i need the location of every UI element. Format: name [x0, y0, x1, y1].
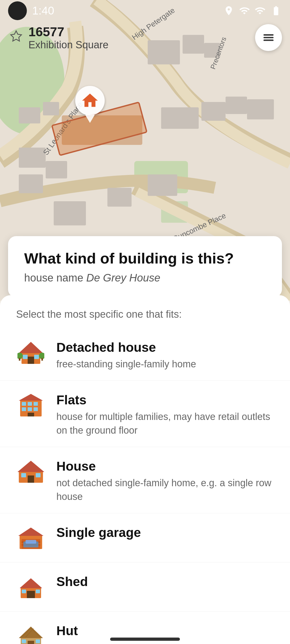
- map-title-area: 16577 Exhibition Square: [8, 24, 108, 51]
- hut-name: Hut: [56, 623, 274, 638]
- svg-rect-56: [26, 540, 36, 544]
- svg-rect-13: [148, 174, 177, 196]
- svg-rect-18: [19, 174, 43, 193]
- status-circle: [8, 1, 27, 20]
- svg-rect-15: [54, 201, 86, 225]
- location-icon: [223, 5, 234, 16]
- home-pin-icon: [81, 91, 99, 110]
- svg-rect-49: [36, 473, 41, 477]
- svg-rect-5: [43, 102, 59, 115]
- single-garage-icon: [16, 523, 46, 552]
- svg-marker-51: [18, 528, 44, 536]
- hut-icon: [16, 621, 46, 644]
- svg-rect-25: [263, 37, 274, 38]
- question-subtitle: house name De Grey House: [24, 272, 266, 284]
- svg-rect-39: [28, 402, 32, 406]
- selection-hint: Select the most specific one that fits:: [0, 295, 290, 328]
- map-subtitle: Exhibition Square: [28, 39, 108, 51]
- status-time: 1:40: [32, 4, 54, 17]
- svg-rect-26: [263, 39, 274, 41]
- question-card: What kind of building is this? house nam…: [8, 236, 282, 297]
- house-icon: [16, 457, 46, 486]
- menu-button[interactable]: [255, 24, 282, 51]
- svg-rect-38: [22, 402, 26, 406]
- svg-marker-58: [20, 578, 42, 588]
- svg-rect-31: [34, 355, 39, 359]
- single-garage-name: Single garage: [56, 525, 274, 540]
- svg-rect-9: [161, 107, 199, 129]
- house-name-item: House: [56, 459, 274, 474]
- flats-icon: [16, 390, 46, 420]
- shed-name: Shed: [56, 574, 274, 589]
- status-bar: 1:40: [0, 0, 290, 21]
- svg-rect-33: [19, 358, 20, 361]
- svg-rect-42: [28, 407, 32, 411]
- question-title: What kind of building is this?: [24, 250, 266, 267]
- selection-panel: Select the most specific one that fits:: [0, 295, 290, 644]
- single-garage-info: Single garage: [56, 523, 274, 543]
- svg-rect-40: [34, 402, 38, 406]
- svg-rect-35: [41, 358, 43, 361]
- house-name: De Grey House: [86, 272, 160, 284]
- map-id: 16577: [28, 24, 108, 39]
- svg-rect-60: [22, 590, 26, 593]
- svg-rect-4: [19, 107, 40, 123]
- pin-circle: [75, 86, 105, 115]
- signal-icon: [255, 5, 265, 16]
- detached-house-info: Detached house free-standing single-fami…: [56, 338, 274, 371]
- svg-rect-68: [22, 639, 26, 643]
- list-item-house[interactable]: House not detached single-family home, e…: [0, 447, 290, 513]
- svg-rect-10: [201, 102, 226, 121]
- list-item-shed[interactable]: Shed: [0, 562, 290, 612]
- location-pin: [75, 86, 105, 123]
- status-left: 1:40: [8, 1, 54, 20]
- svg-marker-37: [19, 394, 43, 401]
- svg-rect-12: [247, 99, 274, 119]
- svg-rect-24: [263, 34, 274, 36]
- flats-name: Flats: [56, 393, 274, 407]
- detached-house-name: Detached house: [56, 340, 274, 355]
- svg-rect-47: [28, 475, 34, 483]
- shed-icon: [16, 572, 46, 602]
- scroll-indicator[interactable]: [110, 638, 180, 641]
- detached-house-desc: free-standing single-family home: [56, 357, 274, 371]
- shed-info: Shed: [56, 572, 274, 592]
- detached-house-icon: [16, 338, 46, 367]
- house-info: House not detached single-family home, e…: [56, 457, 274, 503]
- flats-desc: house for multiple families, may have re…: [56, 410, 274, 437]
- svg-rect-29: [28, 357, 34, 364]
- hamburger-icon: [262, 31, 275, 44]
- star-icon[interactable]: [8, 30, 24, 46]
- wifi-icon: [239, 5, 250, 16]
- building-list: Detached house free-standing single-fami…: [0, 328, 290, 644]
- svg-marker-46: [17, 461, 44, 472]
- svg-rect-19: [46, 161, 67, 178]
- list-item-detached-house[interactable]: Detached house free-standing single-fami…: [0, 328, 290, 381]
- svg-rect-67: [28, 641, 34, 644]
- svg-rect-48: [21, 473, 26, 477]
- flats-info: Flats house for multiple families, may h…: [56, 390, 274, 437]
- svg-rect-44: [28, 413, 34, 416]
- question-subtitle-text: house name: [24, 272, 86, 284]
- house-desc: not detached single-family home, e.g. a …: [56, 476, 274, 503]
- svg-rect-14: [107, 188, 132, 207]
- list-item-single-garage[interactable]: Single garage: [0, 513, 290, 562]
- svg-rect-59: [27, 591, 35, 598]
- battery-icon: [270, 5, 282, 16]
- screen: 1:40: [0, 0, 290, 644]
- svg-rect-61: [36, 590, 40, 593]
- pin-tail: [85, 115, 95, 123]
- svg-rect-43: [34, 407, 38, 411]
- svg-rect-11: [226, 97, 247, 114]
- map-top-bar: 16577 Exhibition Square: [0, 24, 290, 51]
- svg-marker-28: [19, 342, 43, 353]
- svg-rect-17: [19, 148, 46, 168]
- svg-rect-30: [23, 355, 28, 359]
- list-item-flats[interactable]: Flats house for multiple families, may h…: [0, 381, 290, 447]
- svg-rect-41: [22, 407, 26, 411]
- svg-rect-69: [36, 639, 40, 643]
- status-icons: [223, 5, 282, 16]
